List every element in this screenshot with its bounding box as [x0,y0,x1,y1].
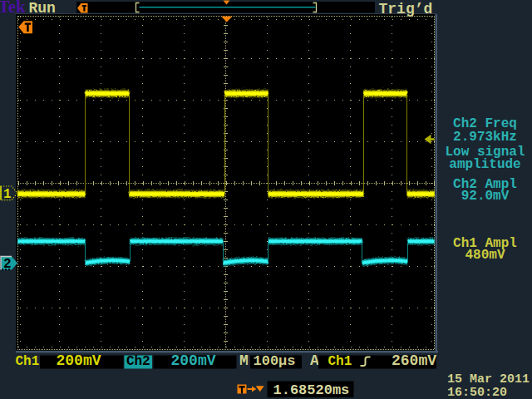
svg-text:200mV: 200mV [56,352,101,369]
svg-text:200mV: 200mV [170,352,215,369]
svg-text:92.0mV: 92.0mV [461,189,510,204]
svg-text:A: A [310,352,319,369]
svg-text:M: M [239,352,249,369]
svg-text:1.68520ms: 1.68520ms [273,382,350,398]
svg-text:Trig’d: Trig’d [379,1,433,17]
svg-text:Tek: Tek [0,0,26,16]
svg-text:2: 2 [3,257,12,272]
svg-text:Ch1: Ch1 [328,354,352,369]
svg-text:Ch2: Ch2 [126,354,150,369]
svg-text:100µs: 100µs [253,353,295,369]
svg-text:15 Mar 2011: 15 Mar 2011 [447,372,530,387]
svg-text:Run: Run [29,0,56,17]
svg-text:amplitude: amplitude [449,157,520,172]
svg-text:2.973kHz: 2.973kHz [453,130,517,145]
svg-text:Ch1: Ch1 [16,354,40,369]
svg-text:480mV: 480mV [465,248,505,263]
svg-text:260mV: 260mV [392,352,436,369]
svg-text:16:50:20: 16:50:20 [447,386,507,399]
svg-text:1: 1 [3,187,12,202]
